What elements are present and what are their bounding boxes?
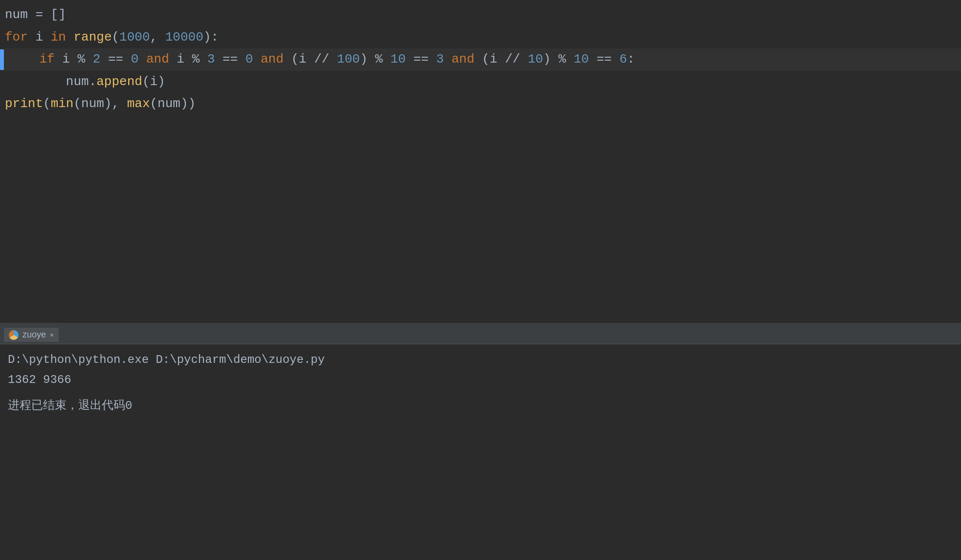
tab-label: zuoye (22, 330, 46, 340)
token: 10 (574, 52, 589, 67)
token: == (406, 52, 436, 67)
token: ( (284, 52, 299, 67)
token: and (146, 52, 169, 67)
code-line-2: for i in range(1000, 10000): (0, 26, 961, 49)
line-indicator (0, 49, 4, 70)
token: i (35, 27, 43, 48)
token: print (5, 94, 43, 114)
token (9, 52, 39, 67)
token: ), (104, 94, 127, 114)
code-line-4: num.append(i) (0, 71, 961, 93)
token: ( (112, 27, 119, 48)
token: append (96, 72, 142, 92)
terminal-panel[interactable]: zuoye × D:\python\python.exe D:\pycharm\… (0, 326, 961, 560)
token: and (261, 52, 284, 67)
token: range (73, 27, 112, 48)
terminal-command-line: D:\python\python.exe D:\pycharm\demo\zuo… (8, 350, 953, 370)
terminal-output-area: D:\python\python.exe D:\pycharm\demo\zuo… (0, 344, 961, 560)
token: == (215, 52, 245, 67)
token (169, 52, 177, 67)
token: 0 (131, 52, 139, 67)
token: = [] (28, 5, 66, 25)
token: ( (474, 52, 490, 67)
token (66, 27, 74, 48)
token: in (51, 27, 66, 48)
token: 1000 (119, 27, 150, 48)
token (138, 52, 146, 67)
token: 2 (93, 52, 101, 67)
code-line-1: num = [] (0, 4, 961, 26)
token: 100 (337, 52, 360, 67)
token: i (62, 52, 70, 67)
token: 3 (207, 52, 215, 67)
token: max (127, 94, 150, 114)
token: i (150, 72, 157, 92)
token: % (70, 52, 93, 67)
python-icon (9, 330, 19, 340)
token: , (150, 27, 165, 48)
token: num (66, 72, 89, 92)
token: ( (142, 72, 150, 92)
token: for (5, 27, 28, 48)
token: )) (180, 94, 196, 114)
terminal-result-line: 1362 9366 (8, 370, 953, 390)
token: num (81, 94, 104, 114)
status-text: 进程已结束，退出代码0 (8, 399, 132, 412)
terminal-tab-bar: zuoye × (0, 326, 961, 344)
token: ( (150, 94, 157, 114)
token (55, 52, 63, 67)
token (444, 52, 452, 67)
token: 10 (390, 52, 405, 67)
token: ( (43, 94, 51, 114)
result-text: 1362 9366 (8, 373, 71, 386)
token: i (490, 52, 497, 67)
token: ( (73, 94, 81, 114)
token (5, 72, 66, 92)
token: % (184, 52, 207, 67)
code-line-3: if i % 2 == 0 and i % 3 == 0 and (i // 1… (0, 48, 961, 71)
token (253, 52, 261, 67)
code-editor[interactable]: num = [] for i in range(1000, 10000): if… (0, 0, 961, 323)
token: 6 (620, 52, 627, 67)
token: num (157, 94, 180, 114)
tab-close-button[interactable]: × (50, 331, 54, 339)
token: i (299, 52, 307, 67)
token: == (100, 52, 131, 67)
token: // (497, 52, 528, 67)
token: // (307, 52, 337, 67)
token: min (51, 94, 74, 114)
token: if (39, 52, 54, 67)
token: 10 (528, 52, 543, 67)
token: : (627, 52, 635, 67)
token: num (5, 5, 28, 25)
token: ) (157, 72, 165, 92)
command-text: D:\python\python.exe D:\pycharm\demo\zuo… (8, 353, 325, 366)
token: . (89, 72, 97, 92)
token: and (451, 52, 474, 67)
token: 10000 (165, 27, 203, 48)
token: ) % (543, 52, 573, 67)
token: i (177, 52, 184, 67)
token: 3 (436, 52, 444, 67)
terminal-tab-zuoye[interactable]: zuoye × (4, 328, 59, 342)
token (43, 27, 51, 48)
token: ): (203, 27, 219, 48)
token: 0 (246, 52, 253, 67)
token: == (589, 52, 619, 67)
code-line-5: print(min(num), max(num)) (0, 93, 961, 115)
terminal-status-line: 进程已结束，退出代码0 (8, 396, 953, 416)
token (28, 27, 36, 48)
token: ) % (360, 52, 390, 67)
